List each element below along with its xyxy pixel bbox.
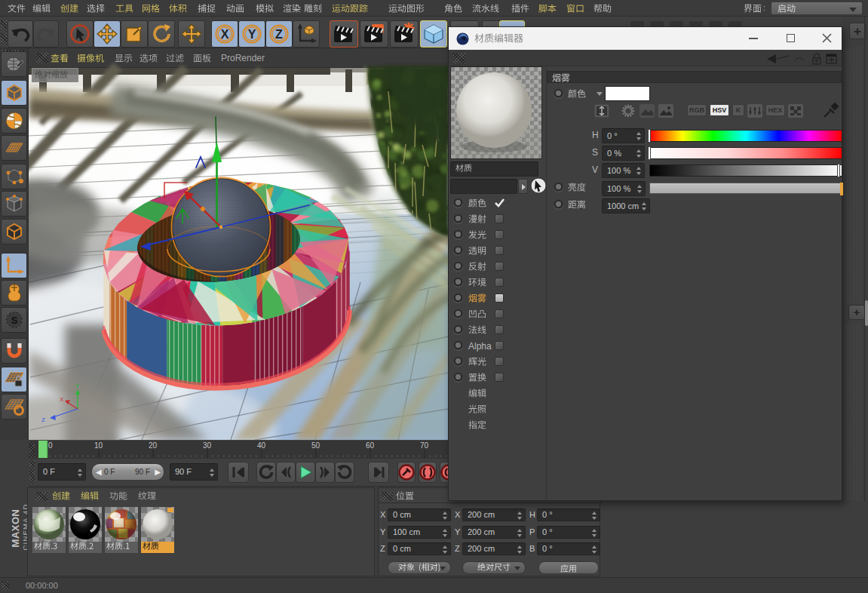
- svg-text:Y: Y: [248, 28, 256, 41]
- svg-text:0: 0: [48, 441, 53, 450]
- svg-text:70: 70: [420, 441, 429, 450]
- svg-text:Y: Y: [75, 383, 80, 389]
- svg-text:S: S: [11, 315, 17, 326]
- svg-text:40: 40: [257, 441, 266, 450]
- svg-text:60: 60: [366, 441, 375, 450]
- svg-text:X: X: [60, 396, 64, 403]
- svg-text:30: 30: [203, 441, 212, 450]
- svg-text:Z: Z: [41, 416, 45, 423]
- svg-text:50: 50: [311, 441, 321, 450]
- svg-text:Z: Z: [275, 28, 283, 41]
- svg-text:10: 10: [94, 441, 103, 450]
- svg-text:X: X: [221, 28, 229, 41]
- svg-text:20: 20: [149, 441, 158, 450]
